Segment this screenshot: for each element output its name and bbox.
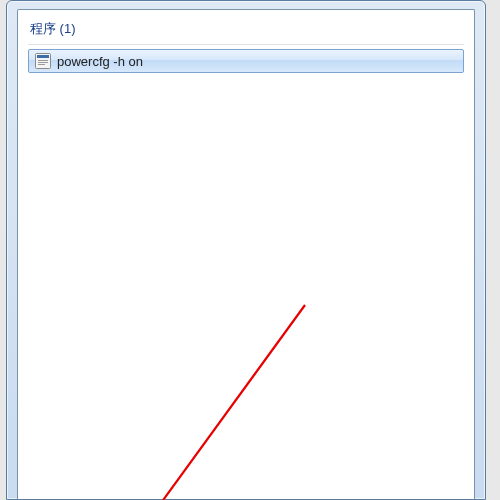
search-result-item[interactable]: powercfg -h on <box>28 49 464 73</box>
svg-rect-4 <box>38 64 45 65</box>
svg-rect-1 <box>37 55 49 58</box>
search-result-label: powercfg -h on <box>57 54 143 69</box>
start-search-popup: 程序 (1) powercfg -h on <box>6 0 486 500</box>
svg-rect-2 <box>38 60 48 61</box>
svg-rect-3 <box>38 62 48 63</box>
results-panel: 程序 (1) powercfg -h on <box>17 9 475 499</box>
section-header-programs: 程序 (1) <box>28 18 464 45</box>
program-icon <box>35 53 51 69</box>
